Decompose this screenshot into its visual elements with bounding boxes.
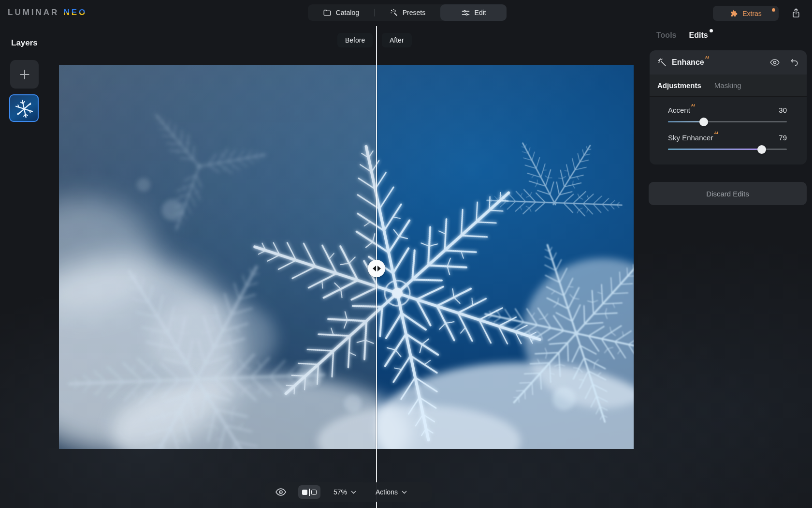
enhance-title: EnhanceAI <box>672 58 709 67</box>
tab-tools[interactable]: Tools <box>656 31 676 40</box>
logo-neo-text: NEO <box>63 8 87 17</box>
luminar-neo-window: LUMINAR NEO Catalog <box>0 0 812 508</box>
photo-canvas[interactable] <box>59 65 634 449</box>
zoom-level-dropdown[interactable]: 57% <box>334 488 356 496</box>
discard-edits-button[interactable]: Discard Edits <box>649 182 807 205</box>
presets-sparkle-icon <box>390 8 398 17</box>
before-button[interactable]: Before <box>337 33 373 47</box>
after-label-text: After <box>390 36 404 44</box>
ai-badge: AI <box>691 103 695 107</box>
enhance-tool-card: EnhanceAI Adjustments Maskin <box>650 50 807 164</box>
arrow-left-icon <box>373 266 376 271</box>
undo-reset-icon[interactable] <box>789 58 799 67</box>
edit-sliders-icon <box>461 8 470 17</box>
tab-adjustments[interactable]: Adjustments <box>657 81 701 90</box>
adjustments-sliders: AccentAI 30 Sky EnhancerAI 79 <box>650 97 807 164</box>
compare-icon-filled-square <box>302 490 307 495</box>
ai-badge: AI <box>705 55 709 60</box>
layer-thumbnail-selected[interactable] <box>9 94 39 122</box>
compare-view-toggle[interactable] <box>298 485 320 499</box>
discard-edits-label: Discard Edits <box>706 190 749 198</box>
arrow-right-icon <box>377 266 381 271</box>
sky-enhancer-slider-thumb[interactable] <box>757 145 766 154</box>
tab-presets[interactable]: Presets <box>375 4 441 21</box>
accent-slider-track[interactable] <box>668 121 787 122</box>
tab-edit-label: Edit <box>475 9 486 16</box>
edits-notification-dot <box>710 29 713 32</box>
layers-panel-title: Layers <box>11 38 38 48</box>
add-layer-button[interactable] <box>10 60 39 89</box>
enhance-header[interactable]: EnhanceAI <box>650 50 807 75</box>
enhance-wand-icon <box>657 58 667 67</box>
panel-tabs: Tools Edits <box>656 31 708 40</box>
sky-enhancer-slider-label: Sky EnhancerAI <box>668 134 718 142</box>
tab-edits[interactable]: Edits <box>689 31 708 40</box>
enhance-subtabs: Adjustments Masking <box>650 75 807 97</box>
tab-presets-label: Presets <box>403 9 425 16</box>
before-side-overlay <box>59 65 377 449</box>
app-logo: LUMINAR NEO <box>8 8 87 17</box>
after-button[interactable]: After <box>382 33 412 47</box>
sky-enhancer-slider-value: 79 <box>779 134 787 142</box>
before-label-text: Before <box>345 36 365 44</box>
mode-switcher: Catalog Presets <box>308 4 507 21</box>
sky-enhancer-slider-track[interactable] <box>668 149 787 150</box>
actions-dropdown[interactable]: Actions <box>376 488 407 496</box>
sky-enhancer-slider-group: Sky EnhancerAI 79 <box>668 134 787 150</box>
compare-divider-handle[interactable] <box>368 260 385 277</box>
chevron-down-icon <box>402 491 407 494</box>
compare-icon-outline-square <box>311 490 317 495</box>
actions-label: Actions <box>376 488 398 496</box>
accent-slider-label: AccentAI <box>668 106 695 114</box>
tab-edits-label: Edits <box>689 31 708 39</box>
accent-slider-group: AccentAI 30 <box>668 106 787 122</box>
accent-slider-value: 30 <box>779 106 787 114</box>
accent-slider-thumb[interactable] <box>699 118 708 126</box>
plus-icon <box>18 68 31 81</box>
bottom-toolbar: 57% Actions <box>265 482 432 502</box>
logo-luminar-text: LUMINAR <box>8 8 59 17</box>
tab-catalog-label: Catalog <box>336 9 359 16</box>
preview-eye-icon[interactable] <box>275 488 287 496</box>
compare-icon-divider <box>309 489 310 496</box>
tab-catalog[interactable]: Catalog <box>308 4 374 21</box>
thumbnail-snowflake-art <box>12 96 36 120</box>
visibility-eye-icon[interactable] <box>769 59 780 66</box>
edit-side-panel: Tools Edits EnhanceAI <box>634 0 812 508</box>
zoom-level-value: 57% <box>334 488 347 496</box>
tab-masking[interactable]: Masking <box>714 81 741 90</box>
chevron-down-icon <box>351 491 356 494</box>
sky-enhancer-slider-fill <box>668 149 762 150</box>
folder-icon <box>323 8 332 17</box>
tab-edit[interactable]: Edit <box>440 4 507 21</box>
accent-slider-fill <box>668 121 704 122</box>
ai-badge: AI <box>714 131 718 135</box>
